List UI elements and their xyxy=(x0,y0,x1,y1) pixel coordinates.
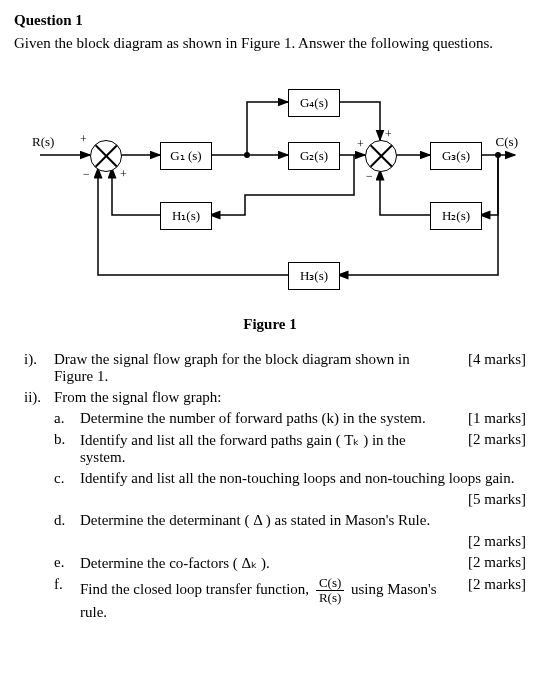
block-h1: H₁(s) xyxy=(160,202,212,230)
sign-s2-right: + xyxy=(357,137,364,152)
sign-s1-plus: + xyxy=(80,132,87,147)
summing-junction-1 xyxy=(90,140,122,172)
marks: [2 marks] xyxy=(468,431,526,448)
part-text: Draw the signal flow graph for the block… xyxy=(54,351,460,385)
part-text: Determine the co-factors ( Δₖ ). xyxy=(80,554,460,572)
part-c: c. Identify and list all the non-touchin… xyxy=(24,470,526,487)
part-text-pre: Find the closed loop transfer function, xyxy=(80,581,313,597)
sign-s2-top: + xyxy=(385,127,392,142)
part-text: Identify and list all the forward paths … xyxy=(80,431,460,466)
block-g2: G₂(s) xyxy=(288,142,340,170)
input-label: R(s) xyxy=(32,134,54,150)
fraction-denominator: R(s) xyxy=(316,591,344,605)
block-h3: H₃(s) xyxy=(288,262,340,290)
marks: [5 marks] xyxy=(468,491,526,508)
part-text: Find the closed loop transfer function, … xyxy=(80,576,460,621)
figure-caption: Figure 1 xyxy=(20,316,520,333)
sub-label: d. xyxy=(54,512,80,529)
block-h2: H₂(s) xyxy=(430,202,482,230)
fraction-cs-rs: C(s) R(s) xyxy=(316,576,344,604)
diagram-wires xyxy=(20,70,520,310)
part-label: i). xyxy=(24,351,54,385)
part-ii: ii). From the signal flow graph: xyxy=(24,389,526,406)
question-title: Question 1 xyxy=(14,12,526,29)
block-g4: G₄(s) xyxy=(288,89,340,117)
part-text: From the signal flow graph: xyxy=(54,389,526,406)
figure-container: R(s) C(s) + − + + + − G₁ (s) G₂(s) G₃(s)… xyxy=(20,70,520,333)
branch-node-1 xyxy=(244,152,250,158)
block-g1: G₁ (s) xyxy=(160,142,212,170)
output-label: C(s) xyxy=(496,134,518,150)
part-b: b. Identify and list all the forward pat… xyxy=(24,431,526,466)
sign-s1-plus2: + xyxy=(120,167,127,182)
branch-node-2 xyxy=(495,152,501,158)
part-text: Identify and list all the non-touching l… xyxy=(80,470,526,487)
marks: [2 marks] xyxy=(468,554,526,571)
part-text: Determine the determinant ( Δ ) as state… xyxy=(80,512,526,529)
part-i: i). Draw the signal flow graph for the b… xyxy=(24,351,526,385)
sign-s2-bot: − xyxy=(366,169,373,184)
block-g3: G₃(s) xyxy=(430,142,482,170)
part-label: ii). xyxy=(24,389,54,406)
marks: [4 marks] xyxy=(468,351,526,368)
question-prompt: Given the block diagram as shown in Figu… xyxy=(14,35,526,52)
sub-label: b. xyxy=(54,431,80,466)
block-diagram: R(s) C(s) + − + + + − G₁ (s) G₂(s) G₃(s)… xyxy=(20,70,520,310)
part-f: f. Find the closed loop transfer functio… xyxy=(24,576,526,621)
marks: [2 marks] xyxy=(468,533,526,550)
sub-label: f. xyxy=(54,576,80,621)
question-list: i). Draw the signal flow graph for the b… xyxy=(24,351,526,621)
part-e: e. Determine the co-factors ( Δₖ ). [2 m… xyxy=(24,554,526,572)
sub-label: a. xyxy=(54,410,80,427)
summing-junction-2 xyxy=(365,140,397,172)
marks: [1 marks] xyxy=(468,410,526,427)
sub-label: c. xyxy=(54,470,80,487)
sign-s1-minus: − xyxy=(83,167,90,182)
sub-label: e. xyxy=(54,554,80,572)
part-text: Determine the number of forward paths (k… xyxy=(80,410,460,427)
marks: [2 marks] xyxy=(468,576,526,593)
part-d: d. Determine the determinant ( Δ ) as st… xyxy=(24,512,526,529)
part-a: a. Determine the number of forward paths… xyxy=(24,410,526,427)
fraction-numerator: C(s) xyxy=(316,576,344,591)
